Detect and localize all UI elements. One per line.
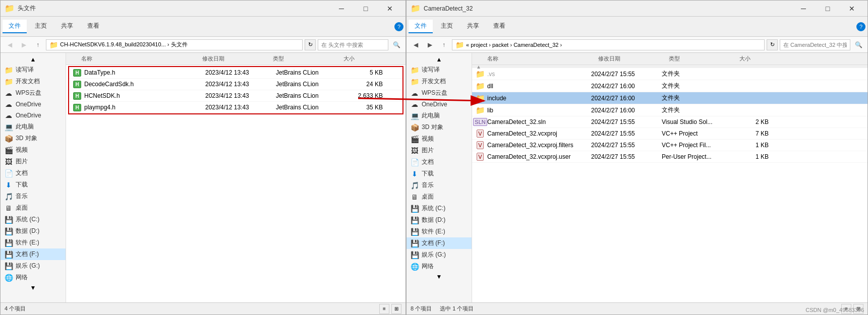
left-maximize-button[interactable]: □: [354, 1, 377, 17]
right-sidebar-item-network[interactable]: 🌐 网络: [407, 261, 472, 272]
left-view-grid-button[interactable]: ⊞: [391, 304, 401, 314]
left-sidebar-item-network[interactable]: 🌐 网络: [1, 272, 66, 283]
left-view-list-button[interactable]: ≡: [379, 304, 389, 314]
left-sidebar-item-music[interactable]: 🎵 音乐: [1, 191, 66, 202]
right-sidebar-item-pictures[interactable]: 🖼 图片: [407, 145, 472, 156]
left-col-name[interactable]: 名称: [81, 55, 202, 62]
left-file-row-3[interactable]: H plaympg4.h 2023/4/12 13:43 JetBrains C…: [69, 102, 402, 113]
left-up-button[interactable]: ↑: [32, 39, 44, 51]
right-up-button[interactable]: ↑: [438, 39, 450, 51]
left-sidebar-scroll-up[interactable]: ▲: [1, 55, 66, 64]
right-file-row-4[interactable]: SLN CameraDetect_32.sln 2024/2/27 15:55 …: [472, 116, 867, 128]
left-search-button[interactable]: 🔍: [390, 39, 402, 51]
right-minimize-button[interactable]: ─: [792, 1, 815, 17]
right-sidebar-scroll-up[interactable]: ▲: [407, 55, 472, 64]
right-sidebar-item-3d[interactable]: 📦 3D 对象: [407, 121, 472, 133]
right-help-button[interactable]: ?: [856, 22, 865, 31]
left-sidebar-item-devdoc[interactable]: 📁 开发文档: [1, 76, 66, 87]
left-sidebar-item-thispc[interactable]: 💻 此电脑: [1, 121, 66, 133]
right-file-row-6[interactable]: V CameraDetect_32.vcxproj.filters 2024/2…: [472, 140, 867, 151]
left-tab-share[interactable]: 共享: [55, 20, 79, 33]
right-view-grid-button[interactable]: ⊞: [853, 304, 863, 314]
left-forward-button[interactable]: ▶: [18, 39, 30, 51]
right-tab-file[interactable]: 文件: [409, 20, 433, 33]
right-sidebar-item-drive-c[interactable]: 💾 系统 (C:): [407, 203, 472, 214]
right-col-date[interactable]: 修改日期: [598, 55, 669, 62]
right-devdoc-icon: 📁: [411, 78, 419, 86]
left-sidebar-item-desktop[interactable]: 🖥 桌面: [1, 202, 66, 214]
right-col-name[interactable]: 名称: [487, 55, 598, 62]
left-file-row-2[interactable]: H HCNetSDK.h 2023/4/12 13:43 JetBrains C…: [69, 90, 402, 102]
left-sidebar-item-downloads[interactable]: ⬇ 下载: [1, 179, 66, 191]
left-tab-view[interactable]: 查看: [81, 20, 105, 33]
right-file-row-5[interactable]: V CameraDetect_32.vcxproj 2024/2/27 15:5…: [472, 128, 867, 140]
left-refresh-button[interactable]: ↻: [305, 39, 316, 50]
left-drive-c-icon: 💾: [5, 216, 13, 224]
left-col-type[interactable]: 类型: [273, 55, 343, 62]
left-tab-home[interactable]: 主页: [29, 20, 53, 33]
left-sidebar-item-drive-f[interactable]: 💾 文档 (F:): [1, 248, 66, 260]
right-sidebar-item-music[interactable]: 🎵 音乐: [407, 179, 472, 191]
right-downloads-icon: ⬇: [411, 170, 419, 178]
left-file-row-0[interactable]: H DataType.h 2023/4/12 13:43 JetBrains C…: [69, 67, 402, 79]
right-sidebar-item-drive-f[interactable]: 💾 文档 (F:): [407, 237, 472, 249]
right-file-row-3[interactable]: 📁 lib 2024/2/27 16:00 文件夹: [472, 104, 867, 116]
left-sidebar-item-3d[interactable]: 📦 3D 对象: [1, 133, 66, 144]
right-col-type[interactable]: 类型: [669, 55, 739, 62]
right-maximize-button[interactable]: □: [816, 1, 839, 17]
right-sidebar-scroll-down[interactable]: ▼: [407, 272, 472, 281]
left-search-input[interactable]: [318, 39, 388, 50]
right-search-button[interactable]: 🔍: [852, 39, 864, 51]
left-sidebar-item-reads[interactable]: 📁 读写译: [1, 64, 66, 76]
right-sidebar-item-wps[interactable]: ☁ WPS云盘: [407, 87, 472, 99]
right-sidebar-item-video[interactable]: 🎬 视频: [407, 133, 472, 145]
left-back-button[interactable]: ◀: [4, 39, 16, 51]
right-tab-view[interactable]: 查看: [487, 20, 511, 33]
right-sidebar-item-drive-g[interactable]: 💾 娱乐 (G:): [407, 249, 472, 261]
left-sidebar-item-wps[interactable]: ☁ WPS云盘: [1, 87, 66, 99]
left-sidebar-item-drive-e[interactable]: 💾 软件 (E:): [1, 237, 66, 248]
left-sidebar-item-drive-d[interactable]: 💾 数据 (D:): [1, 225, 66, 237]
left-minimize-button[interactable]: ─: [330, 1, 353, 17]
left-col-size[interactable]: 大小: [343, 55, 384, 62]
left-help-button[interactable]: ?: [394, 22, 403, 31]
right-sidebar-item-drive-e[interactable]: 💾 软件 (E:): [407, 226, 472, 237]
right-search-input[interactable]: [780, 39, 850, 50]
right-forward-button[interactable]: ▶: [424, 39, 436, 51]
left-sidebar-item-pictures[interactable]: 🖼 图片: [1, 156, 66, 167]
left-sidebar-item-docs[interactable]: 📄 文档: [1, 167, 66, 179]
left-col-date[interactable]: 修改日期: [202, 55, 273, 62]
right-tab-home[interactable]: 主页: [435, 20, 459, 33]
right-sidebar-item-onedrive[interactable]: ☁ OneDrive: [407, 99, 472, 110]
left-sidebar-item-drive-c[interactable]: 💾 系统 (C:): [1, 214, 66, 225]
right-sidebar-item-devdoc[interactable]: 📁 开发文档: [407, 76, 472, 87]
left-file-date-0: 2023/4/12 13:43: [205, 69, 276, 76]
right-view-list-button[interactable]: ≡: [841, 304, 851, 314]
right-file-row-7[interactable]: V CameraDetect_32.vcxproj.user 2024/2/27…: [472, 151, 867, 163]
right-file-row-include[interactable]: 📁 include 2024/2/27 16:00 文件夹: [472, 92, 867, 104]
left-sidebar-item-drive-g[interactable]: 💾 娱乐 (G:): [1, 260, 66, 272]
right-sidebar-item-drive-d[interactable]: 💾 数据 (D:): [407, 214, 472, 226]
left-sidebar-scroll-down[interactable]: ▼: [1, 283, 66, 292]
left-sidebar-item-onedrive2[interactable]: ☁ OneDrive: [1, 110, 66, 121]
right-refresh-button[interactable]: ↻: [767, 39, 778, 50]
right-sidebar-item-desktop[interactable]: 🖥 桌面: [407, 191, 472, 203]
right-sidebar-item-docs[interactable]: 📄 文档: [407, 156, 472, 168]
left-sidebar-item-video[interactable]: 🎬 视频: [1, 144, 66, 156]
right-sidebar-item-reads[interactable]: 📁 读写译: [407, 64, 472, 76]
right-sidebar-item-downloads[interactable]: ⬇ 下载: [407, 168, 472, 179]
left-downloads-icon: ⬇: [5, 181, 13, 189]
right-address-path[interactable]: 📁 « project › packet › CameraDetect_32 ›: [452, 39, 765, 50]
left-sidebar-item-onedrive1[interactable]: ☁ OneDrive: [1, 99, 66, 110]
left-address-path[interactable]: 📁 CH-HCNetSDKV6.1.9.48_build20230410... …: [46, 39, 303, 50]
left-file-row-1[interactable]: H DecodeCardSdk.h 2023/4/12 13:43 JetBra…: [69, 79, 402, 90]
right-file-row-1[interactable]: 📁 dll 2024/2/27 16:00 文件夹: [472, 80, 867, 92]
right-sidebar-item-thispc[interactable]: 💻 此电脑: [407, 110, 472, 121]
right-file-row-0[interactable]: 📁 .vs 2024/2/27 15:55 文件夹: [472, 68, 867, 80]
right-close-button[interactable]: ✕: [840, 1, 863, 17]
left-close-button[interactable]: ✕: [378, 1, 401, 17]
left-tab-file[interactable]: 文件: [3, 20, 27, 33]
right-tab-share[interactable]: 共享: [461, 20, 485, 33]
right-col-size[interactable]: 大小: [739, 55, 780, 62]
right-back-button[interactable]: ◀: [410, 39, 422, 51]
